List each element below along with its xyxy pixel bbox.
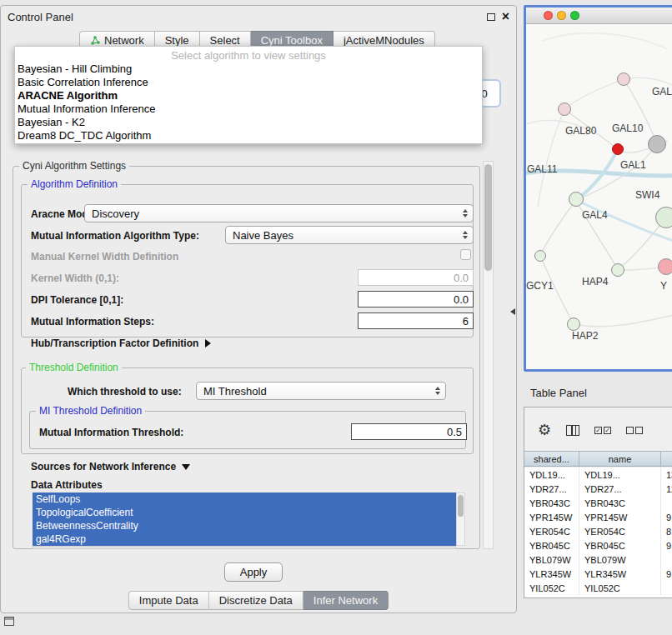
cell[interactable]: YLR345W bbox=[524, 567, 579, 581]
mi-steps-field[interactable]: 6 bbox=[358, 312, 474, 329]
kernel-width-value: 0.0 bbox=[454, 272, 469, 284]
settings-scrollbar-thumb[interactable] bbox=[484, 164, 492, 271]
cell[interactable]: YBR043C bbox=[579, 496, 661, 510]
apply-button-label: Apply bbox=[240, 566, 268, 578]
close-icon[interactable]: × bbox=[502, 12, 509, 21]
algorithm-option[interactable]: Bayesian - K2 bbox=[15, 116, 482, 129]
cell[interactable]: 12 bbox=[661, 482, 672, 496]
cell[interactable]: YIL052C bbox=[524, 581, 579, 595]
cell[interactable] bbox=[661, 496, 672, 510]
node-label: GAL11 bbox=[527, 163, 557, 175]
cell[interactable]: YPR145W bbox=[524, 510, 579, 524]
cell[interactable]: YIL052C bbox=[579, 581, 661, 595]
column-header-name[interactable]: name bbox=[579, 452, 661, 466]
tab-infer-network[interactable]: Infer Network bbox=[303, 591, 389, 610]
cell[interactable]: YER054C bbox=[524, 524, 579, 538]
cell[interactable]: YBL079W bbox=[524, 552, 579, 567]
combo-arrows-icon bbox=[463, 231, 468, 239]
cell[interactable]: 13 bbox=[661, 468, 672, 482]
select-all-checkboxes-icon[interactable]: ✓✓ bbox=[594, 427, 611, 434]
table-row[interactable]: YLR345W YLR345W 9. bbox=[524, 567, 672, 581]
cell[interactable]: YBL079W bbox=[579, 552, 661, 567]
cell[interactable]: YDL19... bbox=[524, 468, 579, 482]
algorithm-option[interactable]: Bayesian - Hill Climbing bbox=[15, 62, 482, 76]
threshold-definition-title: Threshold Definition bbox=[26, 362, 122, 373]
cell[interactable] bbox=[661, 552, 672, 567]
tab-impute-data[interactable]: Impute Data bbox=[128, 591, 209, 610]
mi-algorithm-type-select[interactable]: Naive Bayes bbox=[225, 226, 474, 244]
mi-threshold-field[interactable]: 0.5 bbox=[351, 423, 467, 440]
cell[interactable]: 9. bbox=[661, 567, 672, 581]
attribute-item-selected[interactable]: SelfLoops bbox=[33, 492, 456, 506]
attribute-item-selected[interactable]: TopologicalCoefficient bbox=[33, 506, 456, 519]
attribute-list-scrollbar-thumb[interactable] bbox=[458, 495, 464, 517]
cell[interactable]: YBR045C bbox=[579, 538, 661, 552]
columns-icon[interactable] bbox=[566, 425, 579, 436]
algorithm-option[interactable]: Mutual Information Inference bbox=[15, 102, 482, 116]
tab-discretize-data[interactable]: Discretize Data bbox=[209, 591, 303, 610]
network-node-gray[interactable] bbox=[648, 135, 666, 153]
mi-algorithm-type-value: Naive Bayes bbox=[233, 229, 293, 242]
network-node[interactable] bbox=[558, 102, 571, 116]
zoom-traffic-light-icon[interactable] bbox=[570, 11, 579, 20]
table-row[interactable]: YER054C YER054C 8. bbox=[524, 524, 672, 538]
cell[interactable]: YBR045C bbox=[524, 538, 579, 552]
cell[interactable]: YDR27... bbox=[524, 482, 579, 496]
sources-expander[interactable]: Sources for Network Inference bbox=[31, 461, 190, 472]
close-traffic-light-icon[interactable] bbox=[544, 11, 553, 20]
algorithm-option[interactable]: Basic Correlation Inference bbox=[15, 76, 482, 89]
manual-kernel-width-checkbox bbox=[460, 249, 471, 260]
float-window-icon[interactable] bbox=[487, 13, 495, 21]
column-header-shared-name[interactable]: shared... bbox=[524, 452, 579, 466]
table-row[interactable]: YBL079W YBL079W bbox=[524, 552, 672, 567]
table-row[interactable]: YDL19... YDL19... 13 bbox=[524, 468, 672, 482]
network-node-red[interactable] bbox=[612, 143, 624, 155]
which-threshold-select[interactable]: MI Threshold bbox=[196, 382, 446, 400]
table-row[interactable]: YBR043C YBR043C bbox=[524, 496, 672, 510]
attribute-list-scrollbar[interactable] bbox=[456, 492, 465, 546]
combo-arrows-icon bbox=[435, 387, 440, 395]
network-node[interactable] bbox=[567, 318, 580, 331]
network-canvas[interactable]: GAL GAL80 GAL10 GAL11 GAL1 SWI4 GAL4 GCY… bbox=[526, 24, 672, 368]
table-row[interactable]: YIL052C YIL052C bbox=[524, 581, 672, 595]
tab-label: Impute Data bbox=[139, 594, 198, 607]
splitter-collapse-icon[interactable] bbox=[510, 308, 515, 315]
attribute-item-selected[interactable]: BetweennessCentrality bbox=[33, 519, 456, 532]
algorithm-option-selected[interactable]: ARACNE Algorithm bbox=[15, 89, 482, 102]
cell[interactable]: YDL19... bbox=[579, 468, 661, 482]
algorithm-option[interactable]: Dream8 DC_TDC Algorithm bbox=[15, 129, 482, 142]
column-header-extra[interactable] bbox=[661, 452, 672, 466]
network-node[interactable] bbox=[534, 250, 546, 262]
network-node[interactable] bbox=[569, 192, 584, 207]
cell[interactable]: YLR345W bbox=[579, 567, 661, 581]
mi-steps-value: 6 bbox=[463, 315, 469, 328]
table-row[interactable]: YPR145W YPR145W 9. bbox=[524, 510, 672, 524]
cell[interactable]: YDR27... bbox=[579, 482, 661, 496]
network-node-pink[interactable] bbox=[658, 258, 672, 275]
attribute-item-selected[interactable]: gal4RGexp bbox=[33, 532, 456, 546]
cell[interactable]: YPR145W bbox=[579, 510, 661, 524]
settings-scrollbar[interactable] bbox=[483, 161, 494, 549]
cell[interactable]: 9. bbox=[661, 510, 672, 524]
network-node[interactable] bbox=[611, 263, 624, 277]
aracne-mode-select[interactable]: Discovery bbox=[84, 204, 474, 222]
table-row[interactable]: YDR27... YDR27... 12 bbox=[524, 482, 672, 496]
table-row[interactable]: YBR045C YBR045C 9. bbox=[524, 538, 672, 552]
cell[interactable]: YER054C bbox=[579, 524, 661, 538]
minimize-traffic-light-icon[interactable] bbox=[557, 11, 566, 20]
tab-label: Select bbox=[210, 34, 240, 47]
restore-panel-icon[interactable] bbox=[4, 617, 14, 626]
deselect-all-checkboxes-icon[interactable] bbox=[626, 427, 643, 434]
hub-definition-expander[interactable]: Hub/Transcription Factor Definition bbox=[31, 338, 211, 349]
cell[interactable]: 8. bbox=[661, 524, 672, 538]
network-node[interactable] bbox=[655, 207, 672, 228]
cell[interactable] bbox=[661, 581, 672, 595]
attribute-list-hscrollbar[interactable] bbox=[33, 546, 456, 549]
mi-steps-label: Mutual Information Steps: bbox=[31, 316, 154, 328]
cell[interactable]: YBR043C bbox=[524, 496, 579, 510]
network-node[interactable] bbox=[617, 72, 630, 86]
gear-icon[interactable]: ⚙ bbox=[538, 422, 551, 438]
dpi-tolerance-field[interactable]: 0.0 bbox=[358, 291, 474, 308]
apply-button[interactable]: Apply bbox=[224, 562, 283, 582]
cell[interactable]: 9. bbox=[661, 538, 672, 552]
